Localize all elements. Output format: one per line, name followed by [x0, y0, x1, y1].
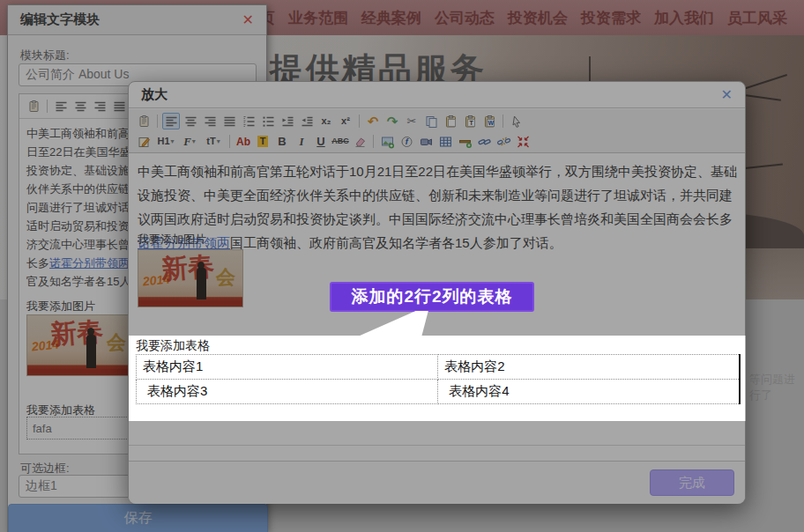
nav-item-investment-opportunities[interactable]: 投资机会: [508, 8, 568, 28]
nav-item-staff-style[interactable]: 员工风采: [727, 8, 787, 28]
nav-item-join-us[interactable]: 加入我们: [654, 8, 714, 28]
cut-icon[interactable]: ✂: [403, 113, 421, 129]
rigging-decoration: [743, 74, 787, 90]
remove-format-eraser-icon[interactable]: [351, 133, 368, 150]
align-center-icon[interactable]: [182, 113, 199, 129]
modal-header: 放大 ✕: [129, 82, 745, 108]
select-all-icon[interactable]: [508, 113, 525, 129]
modal-close-icon[interactable]: ✕: [721, 86, 733, 103]
toolbar-separator: [47, 100, 48, 113]
table-row: 表格内容3 表格内容4: [137, 380, 741, 404]
insert-link-icon[interactable]: [475, 133, 493, 150]
insert-table-icon[interactable]: [436, 133, 454, 150]
redo-icon[interactable]: ↷: [383, 113, 401, 129]
photo-speaker-silhouette: [197, 268, 206, 299]
rigging-decoration: [746, 94, 781, 101]
bold-icon[interactable]: B: [273, 133, 291, 150]
nav-item-classic-cases[interactable]: 经典案例: [361, 8, 421, 28]
inserted-table: 表格内容1 表格内容2 表格内容3 表格内容4: [136, 354, 741, 404]
pencil-edit-icon[interactable]: [135, 133, 153, 150]
paste-as-text-icon[interactable]: T: [461, 113, 479, 129]
nav-item-company-news[interactable]: 公司动态: [435, 8, 495, 28]
panel-content-image[interactable]: 2014 新春 会: [26, 314, 134, 376]
svg-text:W: W: [488, 120, 494, 126]
toolbar-separator: [229, 135, 230, 148]
svg-text:T: T: [469, 120, 473, 126]
subscript-icon[interactable]: x₂: [317, 113, 335, 129]
align-left-icon[interactable]: [162, 113, 180, 129]
photo-gold-text: 会: [216, 264, 235, 291]
strikethrough-icon[interactable]: ABC: [331, 133, 349, 150]
save-button[interactable]: 保存: [8, 504, 268, 532]
panel-text-link[interactable]: 诺霍分别带领两: [49, 256, 130, 270]
toolbar-separator: [157, 115, 158, 128]
photo-red-strip: [27, 369, 133, 375]
editor-toolbar: x₂ x² ↶ ↷ ✂ T W: [129, 109, 745, 153]
editor-paragraph[interactable]: 中美工商领袖和前高官第五轮对话于10月21日至22日在美国华盛顿举行，双方围绕中…: [138, 159, 739, 255]
background-color-icon[interactable]: T: [254, 133, 272, 150]
underline-icon[interactable]: U: [312, 133, 330, 150]
toolbar-row-1: x₂ x² ↶ ↷ ✂ T W: [134, 111, 740, 131]
modal-add-table-label: 我要添加表格: [136, 338, 210, 354]
photo-red-strip: [138, 300, 242, 307]
toggle-fullscreen-icon[interactable]: [514, 133, 532, 150]
insert-horizontal-rule-icon[interactable]: [456, 133, 473, 150]
photo-calligraphy-text: 新春: [160, 249, 216, 288]
outdent-icon[interactable]: [298, 113, 316, 129]
align-right-icon[interactable]: [201, 113, 219, 129]
align-right-icon[interactable]: [91, 98, 108, 115]
toolbar-separator: [359, 115, 360, 128]
heading-format-icon[interactable]: H1▾: [154, 133, 177, 150]
nav-item-investment-needs[interactable]: 投资需求: [581, 8, 641, 28]
table-cell[interactable]: 表格内容4: [438, 380, 740, 404]
remove-link-icon[interactable]: [495, 133, 512, 150]
italic-icon[interactable]: I: [293, 133, 310, 150]
background-page-text: 等问题进行了: [749, 372, 804, 403]
toolbar-separator: [373, 135, 374, 148]
copy-icon[interactable]: [422, 113, 440, 129]
rigging-decoration: [741, 163, 783, 169]
superscript-icon[interactable]: x²: [337, 113, 354, 129]
paste-clipboard-icon[interactable]: [442, 113, 459, 129]
panel-header: 编辑文字模块 ✕: [8, 5, 266, 35]
panel-close-icon[interactable]: ✕: [242, 11, 254, 28]
paste-from-word-icon[interactable]: W: [480, 113, 498, 129]
table-cell[interactable]: 表格内容1: [137, 355, 438, 380]
undo-icon[interactable]: ↶: [364, 113, 382, 129]
modal-content-image[interactable]: 2014 新春 会: [138, 249, 243, 307]
toolbar-row-2: H1▾ F▾ tT▾ Ab T B I U ABC f: [134, 131, 740, 151]
module-title-label: 模块标题:: [20, 48, 70, 63]
align-left-icon[interactable]: [52, 98, 70, 115]
font-size-icon[interactable]: tT▾: [202, 133, 225, 150]
tutorial-callout: 添加的2行2列的表格: [330, 282, 534, 312]
align-justify-icon[interactable]: [220, 113, 238, 129]
insert-video-icon[interactable]: [417, 133, 435, 150]
panel-add-image-label: 我要添加图片: [26, 299, 95, 314]
indent-icon[interactable]: [279, 113, 296, 129]
editor-body-divider: [129, 445, 745, 446]
done-button[interactable]: 完成: [650, 469, 734, 496]
modal-footer: 完成: [129, 461, 745, 504]
toolbar-separator: [502, 115, 503, 128]
align-center-icon[interactable]: [71, 98, 89, 115]
editor-text-pre: 中美工商领袖和前高官第五轮对话于10月21日至22日在美国华盛顿举行，双方围绕中…: [138, 164, 737, 226]
font-family-icon[interactable]: F▾: [179, 133, 200, 150]
modal-title: 放大: [141, 86, 721, 103]
paste-icon[interactable]: [25, 98, 42, 115]
table-row: 表格内容1 表格内容2: [137, 355, 741, 380]
nav-item-business-scope[interactable]: 业务范围: [288, 8, 348, 28]
paste-icon[interactable]: [135, 113, 153, 129]
insert-flash-icon[interactable]: f: [398, 133, 415, 150]
insert-image-icon[interactable]: [378, 133, 396, 150]
table-cell[interactable]: 表格内容3: [137, 380, 438, 404]
font-color-icon[interactable]: Ab: [234, 133, 252, 150]
photo-gold-text: 会: [107, 329, 126, 356]
panel-title: 编辑文字模块: [20, 11, 242, 28]
ordered-list-icon[interactable]: [240, 113, 257, 129]
photo-speaker-silhouette: [86, 335, 96, 368]
align-justify-icon[interactable]: [110, 98, 128, 115]
modal-add-image-label: 我要添加图片: [138, 232, 206, 248]
unordered-list-icon[interactable]: [259, 113, 277, 129]
table-cell[interactable]: 表格内容2: [438, 355, 740, 380]
editor-text-post: 国工商领袖、政府前高官及知名学者各15人参加了对话。: [230, 235, 562, 250]
